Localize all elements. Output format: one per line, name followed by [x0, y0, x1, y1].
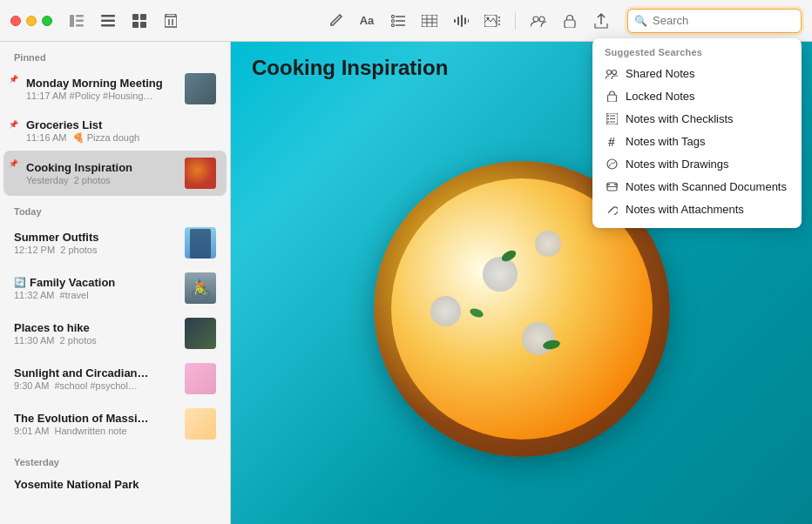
note-title: Sunlight and Circadian… — [14, 366, 178, 380]
media-button[interactable] — [480, 9, 504, 33]
note-item-family-vacation[interactable]: 🔄 Family Vacation 11:32 AM #travel 🚴 — [3, 265, 227, 311]
maximize-button[interactable] — [42, 16, 52, 26]
note-subtitle: 9:30 AM #school #psychol… — [14, 380, 178, 391]
note-thumbnail — [185, 73, 216, 104]
grid-view-button[interactable] — [127, 9, 152, 33]
svg-rect-40 — [607, 95, 616, 102]
shared-badge-icon: 🔄 — [14, 277, 26, 288]
svg-rect-8 — [140, 14, 146, 20]
svg-rect-37 — [565, 20, 575, 28]
share-button[interactable] — [589, 9, 613, 33]
format-button[interactable]: Aa — [355, 9, 379, 33]
svg-rect-4 — [101, 15, 115, 17]
svg-point-38 — [607, 70, 612, 74]
note-title: Groceries List — [26, 118, 216, 131]
note-subtitle: 12:12 PM 2 photos — [14, 245, 178, 255]
note-item-cooking[interactable]: 📌 Cooking Inspiration Yesterday 2 photos — [3, 151, 227, 196]
note-text: Sunlight and Circadian… 9:30 AM #school … — [14, 366, 178, 391]
svg-rect-10 — [140, 22, 146, 28]
search-container: 🔍 Suggested Searches Shared Notes Locked… — [627, 9, 802, 33]
checklist-button[interactable] — [386, 9, 410, 33]
dropdown-item-attachments[interactable]: Notes with Attachments — [592, 198, 802, 221]
note-title: Summer Outfits — [14, 231, 178, 244]
lock-button[interactable] — [558, 9, 582, 33]
note-subtitle: 9:01 AM Handwritten note — [14, 426, 178, 436]
scanned-icon — [605, 180, 619, 194]
note-title: Family Vacation — [30, 276, 115, 289]
note-thumbnail — [185, 158, 216, 189]
svg-point-39 — [612, 70, 617, 74]
svg-point-36 — [539, 17, 545, 22]
new-note-button[interactable] — [323, 9, 348, 33]
titlebar: Aa — [0, 0, 812, 42]
svg-point-48 — [607, 159, 617, 169]
note-subtitle: 11:32 AM #travel — [14, 290, 178, 300]
svg-rect-9 — [132, 22, 139, 28]
drawings-icon — [605, 158, 619, 171]
note-thumbnail — [185, 227, 216, 259]
sidebar-toggle-button[interactable] — [64, 9, 89, 33]
note-thumbnail — [185, 363, 216, 394]
note-text: Yosemite National Park — [14, 478, 216, 491]
note-text: Groceries List 11:16 AM 🍕 Pizza dough — [26, 118, 216, 144]
svg-point-46 — [607, 118, 609, 120]
search-dropdown: Suggested Searches Shared Notes Locked N… — [592, 38, 802, 228]
minimize-button[interactable] — [26, 16, 37, 26]
list-view-button[interactable] — [96, 9, 120, 33]
note-subtitle: 11:17 AM #Policy #Housing… — [26, 91, 178, 101]
note-subtitle: 11:30 AM 2 photos — [14, 335, 178, 346]
svg-rect-0 — [70, 15, 74, 27]
note-text: 🔄 Family Vacation 11:32 AM #travel — [14, 276, 178, 300]
svg-rect-28 — [464, 17, 466, 24]
svg-point-47 — [607, 121, 609, 123]
note-title: Places to hike — [14, 321, 178, 334]
delete-button[interactable] — [159, 9, 183, 33]
note-item-groceries[interactable]: 📌 Groceries List 11:16 AM 🍕 Pizza dough — [3, 111, 227, 151]
note-item-evolution[interactable]: The Evolution of Massi… 9:01 AM Handwrit… — [3, 401, 227, 447]
note-item-summer-outfits[interactable]: Summer Outfits 12:12 PM 2 photos — [3, 220, 227, 265]
dropdown-item-drawings[interactable]: Notes with Drawings — [592, 153, 802, 176]
dropdown-item-scanned[interactable]: Notes with Scanned Documents — [592, 176, 802, 198]
tags-icon: # — [605, 135, 619, 149]
dropdown-item-checklists[interactable]: Notes with Checklists — [592, 108, 802, 131]
note-subtitle: Yesterday 2 photos — [26, 175, 178, 185]
search-icon: 🔍 — [634, 15, 647, 27]
note-title: Yosemite National Park — [14, 478, 216, 491]
note-thumbnail — [185, 408, 216, 440]
svg-rect-1 — [76, 15, 84, 17]
svg-rect-27 — [461, 15, 463, 27]
note-text: The Evolution of Massi… 9:01 AM Handwrit… — [14, 412, 178, 436]
pinned-section-label: Pinned — [0, 42, 230, 66]
checklist-icon — [605, 112, 619, 126]
dropdown-item-shared[interactable]: Shared Notes — [592, 63, 802, 85]
pin-icon: 📌 — [9, 159, 18, 168]
close-button[interactable] — [10, 16, 21, 26]
sidebar: Pinned 📌 Monday Morning Meeting 11:17 AM… — [0, 42, 231, 524]
svg-point-45 — [607, 115, 609, 117]
svg-rect-5 — [101, 19, 115, 22]
svg-rect-26 — [457, 17, 459, 25]
svg-rect-7 — [132, 14, 139, 20]
note-item-places-hike[interactable]: Places to hike 11:30 AM 2 photos — [3, 311, 227, 356]
table-button[interactable] — [417, 9, 442, 33]
note-item-monday[interactable]: 📌 Monday Morning Meeting 11:17 AM #Polic… — [3, 66, 227, 111]
note-thumbnail — [185, 318, 216, 349]
svg-point-16 — [392, 19, 395, 22]
note-detail-title: Cooking Inspiration — [252, 56, 448, 80]
note-text: Summer Outfits 12:12 PM 2 photos — [14, 231, 178, 255]
note-thumbnail: 🚴 — [185, 272, 216, 304]
dropdown-item-locked[interactable]: Locked Notes — [592, 85, 802, 108]
note-item-yosemite[interactable]: Yosemite National Park — [3, 471, 227, 498]
svg-rect-20 — [422, 15, 437, 27]
traffic-lights — [10, 16, 52, 26]
dropdown-item-tags[interactable]: # Notes with Tags — [592, 131, 802, 153]
attachments-icon — [605, 203, 619, 217]
note-title: Cooking Inspiration — [26, 161, 178, 174]
collab-button[interactable] — [526, 9, 551, 33]
note-item-sunlight[interactable]: Sunlight and Circadian… 9:30 AM #school … — [3, 356, 227, 401]
toolbar-divider — [515, 12, 516, 30]
lock-icon — [605, 90, 619, 104]
search-input[interactable] — [627, 9, 802, 33]
audio-button[interactable] — [449, 9, 473, 33]
note-subtitle: 11:16 AM 🍕 Pizza dough — [26, 132, 216, 144]
